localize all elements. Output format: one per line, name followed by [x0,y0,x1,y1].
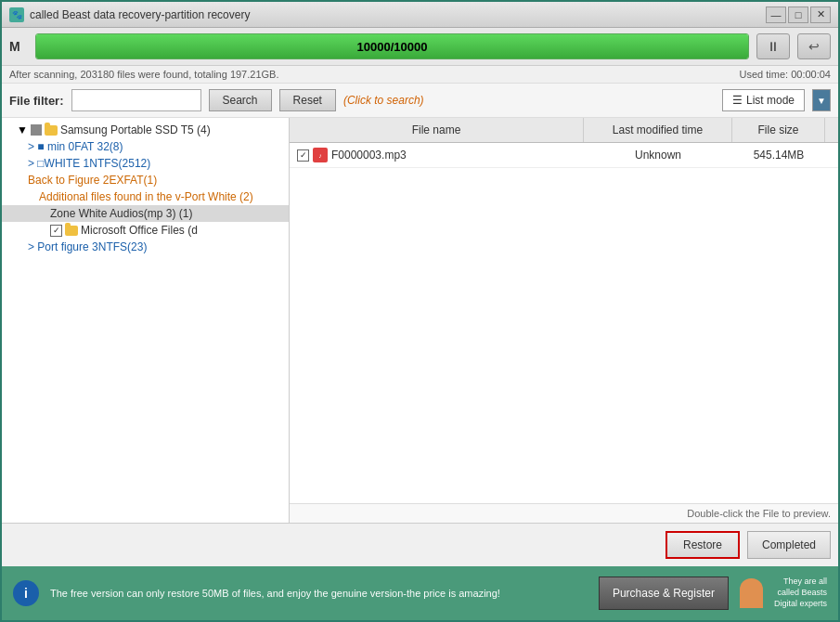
main-window: 🐾 called Beast data recovery-partition r… [0,0,840,622]
file-table-body: ✓ ♪ F0000003.mp3 Unknown 545.14MB [290,143,838,503]
tree-item-office[interactable]: ✓ Microsoft Office Files (d [2,222,289,239]
file-panel: File name Last modified time File size ✓… [290,118,838,523]
filter-label: File filter: [9,94,64,108]
reset-button[interactable]: Reset [279,89,336,111]
file-table-header: File name Last modified time File size [290,118,838,143]
dropdown-arrow-icon: ▼ [817,96,826,106]
window-title: called Beast data recovery-partition rec… [30,8,766,21]
file-size: 545.14MB [754,149,805,162]
expand-icon: ▼ [17,123,28,136]
app-icon: 🐾 [9,7,24,22]
progress-text: 10000/10000 [357,40,428,54]
tree-item-label: Microsoft Office Files (d [81,224,198,237]
tree-item-label: Zone White Audios(mp 3) (1) [50,207,192,220]
footer-bar: i The free version can only restore 50MB… [2,566,838,620]
undo-button[interactable]: ↩ [797,33,831,59]
folder-icon [45,125,58,136]
logo-figure [740,578,763,608]
file-name-cell: ✓ ♪ F0000003.mp3 [290,143,584,167]
file-checkbox[interactable]: ✓ [297,149,309,162]
file-modified-cell: Unknown [584,144,732,166]
completed-button[interactable]: Completed [747,531,831,559]
tree-item-label: Additional files found in the v-Port Whi… [39,190,253,203]
progress-bar-fill: 10000/10000 [36,34,748,58]
filter-bar: File filter: Search Reset (Click to sear… [2,84,838,118]
tree-item-label: Samsung Portable SSD T5 (4) [60,123,211,136]
body-area: ▼ Samsung Portable SSD T5 (4) > ■ min 0F… [2,118,838,523]
close-button[interactable]: ✕ [810,6,831,23]
progress-bar-row: M 10000/10000 ⏸ ↩ [2,28,838,66]
col-scroll-header [825,118,838,142]
tree-item-additional[interactable]: Additional files found in the v-Port Whi… [2,188,289,205]
tree-item-ntfs1[interactable]: > □WHITE 1NTFS(2512) [2,155,289,172]
tree-item-fat32[interactable]: > ■ min 0FAT 32(8) [2,138,289,155]
main-content: M 10000/10000 ⏸ ↩ After scanning, 203180… [2,28,838,566]
file-modified: Unknown [635,149,681,162]
tree-item-exfat[interactable]: Back to Figure 2EXFAT(1) [2,172,289,188]
pause-button[interactable]: ⏸ [756,33,790,59]
used-time: Used time: 00:00:04 [740,69,831,80]
restore-button[interactable]: Restore [666,531,740,559]
click-hint: (Click to search) [343,94,424,107]
list-mode-label: List mode [746,94,795,107]
col-size: File size [732,118,825,142]
window-controls: — □ ✕ [766,6,831,23]
footer-info-text: The free version can only restore 50MB o… [50,586,588,602]
tree-item-audios[interactable]: Zone White Audios(mp 3) (1) [2,205,289,222]
tree-item-ntfs2[interactable]: > Port figure 3NTFS(23) [2,239,289,255]
minimize-button[interactable]: — [766,6,786,23]
tree-item-label: > Port figure 3NTFS(23) [28,240,147,253]
col-filename: File name [290,118,584,142]
scan-info-bar: After scanning, 203180 files were found,… [2,66,838,84]
tree-checkbox[interactable]: ✓ [50,225,62,237]
tree-panel: ▼ Samsung Portable SSD T5 (4) > ■ min 0F… [2,118,290,523]
file-size-cell: 545.14MB [732,144,825,166]
tree-item-ssd[interactable]: ▼ Samsung Portable SSD T5 (4) [2,122,289,138]
purchase-button[interactable]: Purchase & Register [599,577,729,610]
col-modified: Last modified time [584,118,732,142]
tree-item-label: > ■ min 0FAT 32(8) [28,140,123,153]
logo-text: They are all called Beasts Digital exper… [774,577,827,609]
file-name: F0000003.mp3 [331,149,407,162]
bottom-buttons-bar: Restore Completed [2,523,838,566]
filter-input[interactable] [71,89,201,111]
list-mode-dropdown[interactable]: ▼ [812,89,831,111]
logo-area [740,578,763,608]
search-button[interactable]: Search [209,89,272,111]
maximize-button[interactable]: □ [788,6,808,23]
scan-info-text: After scanning, 203180 files were found,… [9,69,278,80]
info-icon: i [13,580,39,606]
progress-bar-container: 10000/10000 [35,33,749,59]
progress-label: M [9,39,28,54]
tree-item-label: > □WHITE 1NTFS(2512) [28,157,150,170]
tree-item-label: Back to Figure 2EXFAT(1) [28,174,157,187]
list-mode-button[interactable]: ☰ List mode [722,89,805,111]
title-bar: 🐾 called Beast data recovery-partition r… [2,2,838,28]
mp3-icon: ♪ [313,148,328,162]
drive-icon [31,124,42,136]
list-icon: ☰ [732,94,743,107]
folder-icon-2 [65,226,78,236]
double-click-hint: Double-click the File to preview. [290,503,838,523]
table-row[interactable]: ✓ ♪ F0000003.mp3 Unknown 545.14MB [290,143,838,168]
